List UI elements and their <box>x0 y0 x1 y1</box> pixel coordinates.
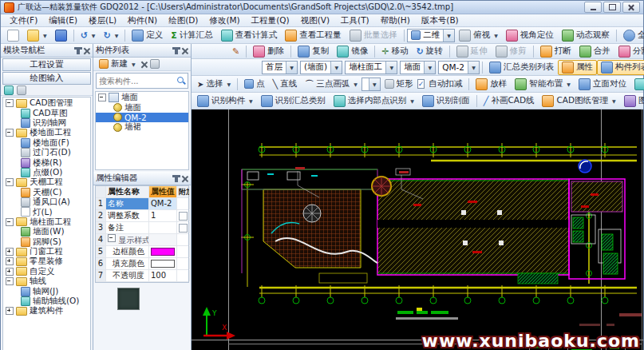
collapse-icon[interactable] <box>6 277 14 285</box>
combo-arrow-icon[interactable] <box>330 62 342 74</box>
combo-arrow-icon[interactable] <box>369 78 380 90</box>
move-button[interactable]: ✛移动 <box>377 44 412 58</box>
identify-component-button[interactable]: 识别构件 <box>193 93 257 109</box>
nav-item-threshold-stone[interactable]: 过门石(D) <box>3 148 90 157</box>
redo-button[interactable]: ↻ <box>99 29 122 42</box>
category-combobox[interactable]: 墙柱面工 <box>345 61 397 74</box>
nav-item-aux-axis[interactable]: 辅助轴线(O) <box>3 296 90 306</box>
view-quantity-button[interactable]: 查看工程量 <box>281 28 346 43</box>
orbit-button[interactable]: 动态观察 <box>558 28 614 43</box>
save-button[interactable] <box>51 28 71 43</box>
arc-3pt-button[interactable]: ⌒三点画弧 <box>301 77 362 91</box>
nav-item-cad-manage[interactable]: CAD图管理 <box>3 98 90 108</box>
summary-list-button[interactable]: 汇总类别列表 <box>485 60 558 75</box>
property-row-coefficient[interactable]: 2 调整系数 1 <box>96 210 188 222</box>
nav-item-ceiling-works[interactable]: 天棚工程 <box>3 177 90 187</box>
collapse-all-icon[interactable] <box>17 86 26 95</box>
auto-deduct-label[interactable]: 自动扣减 <box>425 77 466 91</box>
merge-button[interactable]: 合并 <box>575 44 614 59</box>
nav-item-vent[interactable]: 通风口(A) <box>3 197 90 207</box>
collapse-icon[interactable] <box>6 178 14 186</box>
nav-item-wall-finish[interactable]: 墙面(W) <box>3 227 90 237</box>
attach-checkbox[interactable] <box>179 212 188 221</box>
nav-item-identify-grid[interactable]: 识别轴网 <box>3 118 90 128</box>
smart-place-button[interactable]: 智能布置 <box>511 77 575 92</box>
break-button[interactable]: 打断 <box>536 44 575 59</box>
layer-settings-button[interactable]: 图层设置 <box>620 93 644 109</box>
push-pull-button[interactable]: 推拉 <box>630 77 644 92</box>
property-row-opacity[interactable]: 7 不透明度 100 <box>96 270 188 282</box>
pin-icon[interactable] <box>175 175 178 182</box>
view-expression-button[interactable]: 查看计算式 <box>217 28 282 43</box>
component-item-selected[interactable]: QM-2 <box>96 113 188 122</box>
property-row-name[interactable]: 1 名称 QM-2 <box>96 198 188 210</box>
close-panel-icon[interactable] <box>83 47 90 54</box>
group-combobox[interactable]: (墙面) <box>300 61 342 74</box>
nav-item-door-window[interactable]: 门窗工程 <box>3 247 90 257</box>
nav-item-misc-decor[interactable]: 零星装修 <box>3 257 90 266</box>
minimize-button[interactable] <box>584 2 602 13</box>
nav-item-light[interactable]: 灯(L) <box>3 207 90 217</box>
menu-file[interactable]: 文件(F) <box>4 14 43 26</box>
view-locate-button[interactable]: 视角定位 <box>502 28 558 43</box>
point-button[interactable]: 点 <box>240 77 269 91</box>
tab-project-settings[interactable]: 工程设置 <box>2 58 91 71</box>
component-list-button[interactable]: 构件列表 <box>597 60 644 75</box>
menu-edit[interactable]: 编辑(E) <box>43 14 83 26</box>
nav-item-floor-works[interactable]: 楼地面工程 <box>3 128 90 137</box>
loft-button[interactable]: 放样 <box>472 77 511 92</box>
floor-combobox[interactable]: 首层 <box>262 61 298 74</box>
nav-item-grid[interactable]: 轴网(J) <box>3 286 90 296</box>
border-color-swatch[interactable] <box>151 248 175 256</box>
top-view-button[interactable]: 俯视 <box>455 28 502 43</box>
batch-select-button[interactable]: 批量选择 <box>346 28 401 43</box>
mirror-button[interactable]: 镜像 <box>333 44 372 59</box>
menu-draw[interactable]: 绘图(D) <box>163 14 203 26</box>
menu-floor[interactable]: 楼层(L) <box>83 14 122 26</box>
identify-summary-button[interactable]: 识别汇总类别 <box>257 93 330 109</box>
attach-checkbox[interactable] <box>179 224 188 233</box>
patch-cad-line-button[interactable]: ╱补画CAD线 <box>480 93 539 108</box>
rotate-button[interactable]: ↻旋转 <box>412 44 446 58</box>
fill-color-swatch[interactable] <box>151 260 175 268</box>
undo-button[interactable]: ↺ <box>77 29 100 42</box>
collapse-icon[interactable] <box>98 93 106 101</box>
open-file-button[interactable] <box>23 28 51 43</box>
menu-component[interactable]: 构件(N) <box>122 14 163 26</box>
new-file-button[interactable] <box>3 28 23 43</box>
edit-button[interactable]: ✎ <box>228 45 243 58</box>
expand-icon[interactable] <box>6 268 14 276</box>
nav-item-floor[interactable]: 楼地面(F) <box>3 138 90 148</box>
menu-quantity[interactable]: 工程量(Q) <box>246 14 295 26</box>
nav-item-cad-sketch[interactable]: CAD草图 <box>3 108 90 117</box>
component-combobox[interactable]: QM-2 <box>438 61 480 74</box>
trim-button[interactable]: 修剪 <box>492 44 531 59</box>
menu-version[interactable]: 版本号(B) <box>416 14 464 26</box>
menu-tools[interactable]: 工具(T) <box>335 14 375 26</box>
property-row-display-style[interactable]: 4 显示样式 <box>96 234 188 246</box>
collapse-icon[interactable] <box>6 218 14 226</box>
pin-icon[interactable] <box>175 47 178 54</box>
delete-component-icon[interactable] <box>140 61 148 68</box>
cad-canvas[interactable]: Y X www.xunibaoku.com <box>192 109 643 350</box>
combo-arrow-icon[interactable] <box>424 62 435 74</box>
property-row-border-color[interactable]: 5 边框颜色 <box>96 246 188 258</box>
component-item[interactable]: 墙面 <box>96 102 188 112</box>
fullscreen-button[interactable]: 全屏 <box>619 28 644 43</box>
expand-icon[interactable] <box>6 307 14 315</box>
combo-arrow-icon[interactable] <box>385 62 397 74</box>
expand-icon[interactable] <box>6 248 14 256</box>
nav-item-axis[interactable]: 轴线 <box>3 276 90 286</box>
nav-item-building-components[interactable]: 建筑构件 <box>3 306 90 316</box>
nav-item-stairs[interactable]: 楼梯(R) <box>3 157 90 167</box>
expand-icon[interactable] <box>6 257 14 265</box>
property-row-fill-color[interactable]: 6 填充颜色 <box>96 258 188 270</box>
tab-draw-input[interactable]: 绘图输入 <box>2 72 91 85</box>
combo-arrow-icon[interactable] <box>468 62 479 74</box>
line-button[interactable]: ╲直线 <box>269 77 302 91</box>
close-panel-icon[interactable] <box>181 175 188 182</box>
close-panel-icon[interactable] <box>181 47 188 54</box>
auto-deduct-checkbox[interactable]: ✓ <box>417 79 425 89</box>
nav-item-ceiling[interactable]: 天棚(C) <box>3 188 90 197</box>
maximize-button[interactable] <box>603 2 621 13</box>
